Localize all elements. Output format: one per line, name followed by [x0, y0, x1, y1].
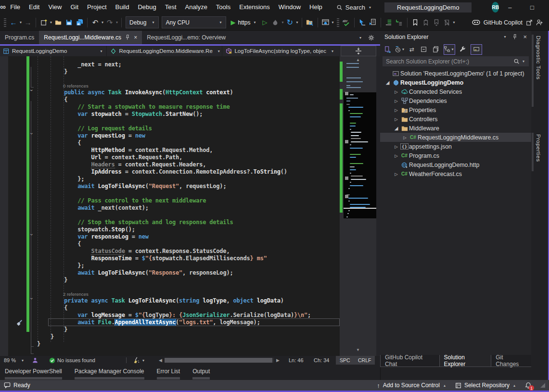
- tree-collapsed-icon[interactable]: ▷: [401, 135, 409, 140]
- collapse-all-icon[interactable]: [420, 45, 428, 54]
- maximize-button[interactable]: □: [521, 0, 543, 14]
- code-line[interactable]: HttpMethod = context.Request.Method,: [36, 147, 311, 154]
- code-lens[interactable]: 0 references: [62, 83, 311, 89]
- toolbar-drag-handle[interactable]: [4, 18, 6, 27]
- tree-expanded-icon[interactable]: ◢: [384, 80, 391, 85]
- new-project-caret-icon[interactable]: ▾: [50, 20, 52, 25]
- tree-item[interactable]: ∞Solution 'RequestLoggingDemo' (1 of 1 p…: [380, 69, 531, 78]
- scroll-up-icon[interactable]: ▲: [340, 58, 376, 62]
- code-line[interactable]: }: [36, 326, 311, 333]
- preview-selected-items-icon[interactable]: [471, 44, 482, 55]
- menu-build[interactable]: Build: [111, 0, 134, 14]
- menu-view[interactable]: View: [44, 0, 66, 14]
- tool-tab-github-copilot-chat[interactable]: GitHub Copilot Chat: [380, 355, 440, 367]
- new-project-button[interactable]: [39, 17, 49, 28]
- health-indicator[interactable]: No issues found: [49, 356, 95, 365]
- code-line[interactable]: // Start a stopwatch to measure response…: [36, 103, 311, 111]
- quick-actions-screwdriver-icon[interactable]: [16, 319, 24, 327]
- breakpoint-margin[interactable]: [0, 56, 8, 356]
- code-cleanup-button[interactable]: ▾: [133, 356, 145, 365]
- menu-help[interactable]: Help: [305, 0, 327, 14]
- show-all-files-icon[interactable]: ▾: [444, 44, 455, 55]
- hscroll-left-icon[interactable]: ◀: [159, 356, 162, 365]
- zoom-dropdown[interactable]: 89 %▾: [2, 356, 26, 365]
- code-line[interactable]: {: [36, 96, 311, 103]
- fold-collapse-icon[interactable]: ›: [28, 89, 34, 95]
- menu-project[interactable]: Project: [83, 0, 111, 14]
- code-line[interactable]: }: [36, 68, 311, 76]
- code-line[interactable]: };: [36, 176, 311, 183]
- line-ending-indicator[interactable]: CRLF: [354, 356, 375, 365]
- menu-file[interactable]: File: [6, 0, 25, 14]
- solution-explorer-search-input[interactable]: Search Solution Explorer (Ctrl+;) ▾: [383, 56, 529, 66]
- save-button[interactable]: [64, 17, 74, 28]
- navigate-back-caret-icon[interactable]: ▾: [20, 20, 22, 25]
- tree-item[interactable]: ▷C#RequestLoggingMiddleware.cs: [380, 133, 531, 142]
- tree-item[interactable]: ▷Controllers: [380, 114, 531, 124]
- tab-properties[interactable]: Properties: [536, 134, 541, 162]
- breadcrumb-member-dropdown[interactable]: LogToFileAsync(string logType, objec▾: [222, 46, 337, 56]
- code-line[interactable]: [36, 212, 311, 219]
- code-line[interactable]: // Stop the stopwatch and log response d…: [36, 219, 311, 226]
- code-line[interactable]: [36, 118, 311, 125]
- code-line[interactable]: {: [36, 304, 311, 312]
- menu-edit[interactable]: Edit: [25, 0, 44, 14]
- code-line[interactable]: IpAddress = context.Connection.RemoteIpA…: [36, 168, 311, 176]
- gear-icon[interactable]: [368, 35, 374, 41]
- minimize-button[interactable]: –: [499, 0, 521, 14]
- code-line[interactable]: _next = next;: [36, 61, 311, 68]
- toggle-bookmark-button[interactable]: [410, 17, 420, 28]
- navigate-back-button[interactable]: ←: [9, 17, 18, 28]
- tree-collapsed-icon[interactable]: ▷: [393, 108, 400, 113]
- code-line[interactable]: var logMessage = $"{logType}: {JsonSeria…: [36, 312, 311, 319]
- user-avatar[interactable]: RB: [492, 2, 498, 13]
- tree-collapsed-icon[interactable]: ▷: [393, 99, 400, 103]
- toolbar-overflow-icon[interactable]: ▾: [332, 20, 334, 25]
- code-line[interactable]: var requestLog = new: [36, 132, 311, 139]
- tree-collapsed-icon[interactable]: ▷: [393, 117, 400, 122]
- tree-item[interactable]: ◢RequestLoggingDemo: [380, 78, 531, 87]
- code-line[interactable]: // Log request details: [36, 125, 311, 132]
- minimap-scrollbar[interactable]: ▲ ▼: [340, 56, 376, 356]
- search-control[interactable]: Search ▾: [332, 4, 376, 11]
- platform-dropdown[interactable]: Any CPU▾: [162, 16, 226, 28]
- menu-debug[interactable]: Debug: [133, 0, 160, 14]
- tree-item[interactable]: RequestLoggingDemo.http: [380, 160, 531, 169]
- browse-home-button[interactable]: [321, 17, 331, 28]
- tree-item[interactable]: ▷C#Program.cs: [380, 151, 531, 160]
- line-indicator[interactable]: Ln: 46: [289, 356, 304, 365]
- fold-collapse-icon[interactable]: ›: [28, 234, 34, 240]
- notifications-button[interactable]: 1: [525, 382, 532, 389]
- pin-icon[interactable]: [125, 35, 130, 40]
- code-line[interactable]: await _next(context);: [36, 204, 311, 212]
- tree-collapsed-icon[interactable]: ▷: [393, 172, 400, 177]
- undo-caret-icon[interactable]: ▾: [102, 20, 103, 25]
- tab-close-icon[interactable]: ×: [134, 34, 137, 41]
- tree-collapsed-icon[interactable]: ▷: [393, 89, 400, 94]
- code-editor[interactable]: _next = next; }0 references public async…: [0, 56, 380, 356]
- code-line[interactable]: await LogToFileAsync("Request", requestL…: [36, 183, 311, 190]
- breadcrumb-type-dropdown[interactable]: RequestLoggingDemo.Middleware.Rе▾: [107, 46, 222, 56]
- code-line[interactable]: [36, 284, 311, 291]
- wrench-icon[interactable]: [459, 45, 467, 54]
- close-button[interactable]: ×: [543, 0, 549, 14]
- panel-tab-error-list[interactable]: Error List: [157, 368, 180, 380]
- code-line[interactable]: [36, 76, 311, 83]
- open-file-button[interactable]: [53, 17, 63, 28]
- fold-collapse-icon[interactable]: ›: [28, 133, 34, 139]
- uncomment-lines-button[interactable]: [395, 17, 404, 28]
- tab-diagnostic-tools[interactable]: Diagnostic Tools: [536, 36, 541, 80]
- tab-list-dropdown-icon[interactable]: ▾: [359, 36, 361, 40]
- tree-item[interactable]: ◢Middleware: [380, 124, 531, 133]
- tree-item[interactable]: ▷Properties: [380, 105, 531, 114]
- menu-analyze[interactable]: Analyze: [181, 0, 212, 14]
- document-tab[interactable]: Program.cs: [0, 31, 39, 44]
- configuration-dropdown[interactable]: Debug▾: [126, 16, 159, 28]
- code-line[interactable]: Url = context.Request.Path,: [36, 154, 311, 161]
- menu-test[interactable]: Test: [161, 0, 181, 14]
- tree-item[interactable]: ▷Dependencies: [380, 96, 531, 105]
- code-line[interactable]: {: [36, 139, 311, 147]
- code-line[interactable]: private async Task LogToFileAsync(string…: [36, 297, 311, 304]
- breadcrumb-project-dropdown[interactable]: RequestLoggingDemo▾: [0, 46, 107, 56]
- menu-tools[interactable]: Tools: [212, 0, 235, 14]
